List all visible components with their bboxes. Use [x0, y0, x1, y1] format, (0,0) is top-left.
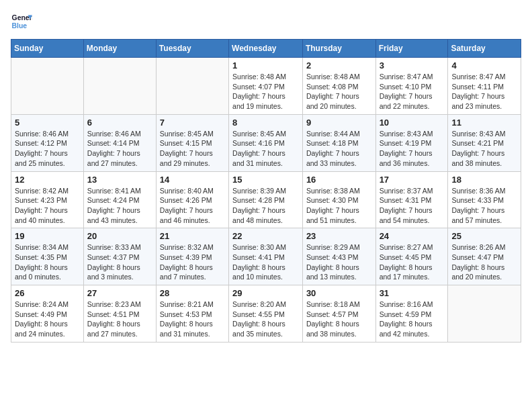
day-number: 15: [232, 175, 299, 185]
calendar-cell: 28Sunrise: 8:21 AM Sunset: 4:53 PM Dayli…: [156, 285, 228, 342]
day-number: 8: [232, 118, 299, 128]
logo-icon: General Blue: [11, 11, 32, 32]
day-number: 24: [380, 231, 445, 241]
day-number: 22: [232, 231, 299, 241]
day-info: Sunrise: 8:46 AM Sunset: 4:14 PM Dayligh…: [87, 129, 152, 169]
day-info: Sunrise: 8:16 AM Sunset: 4:59 PM Dayligh…: [380, 300, 445, 339]
day-number: 14: [160, 175, 225, 185]
day-info: Sunrise: 8:34 AM Sunset: 4:35 PM Dayligh…: [15, 242, 80, 282]
day-info: Sunrise: 8:21 AM Sunset: 4:53 PM Dayligh…: [160, 300, 225, 339]
weekday-header: Saturday: [448, 40, 521, 58]
day-number: 3: [380, 60, 445, 71]
weekday-header: Wednesday: [229, 40, 303, 58]
day-number: 2: [306, 60, 372, 71]
calendar-week-row: 5Sunrise: 8:46 AM Sunset: 4:12 PM Daylig…: [11, 114, 521, 171]
day-info: Sunrise: 8:44 AM Sunset: 4:18 PM Dayligh…: [306, 129, 372, 169]
day-info: Sunrise: 8:23 AM Sunset: 4:51 PM Dayligh…: [87, 300, 152, 339]
calendar-week-row: 19Sunrise: 8:34 AM Sunset: 4:35 PM Dayli…: [11, 228, 521, 285]
day-info: Sunrise: 8:40 AM Sunset: 4:26 PM Dayligh…: [160, 186, 225, 226]
day-number: 11: [451, 118, 517, 128]
weekday-header: Sunday: [11, 40, 84, 58]
day-number: 31: [380, 288, 445, 298]
weekday-header: Tuesday: [156, 40, 228, 58]
calendar-cell: 3Sunrise: 8:47 AM Sunset: 4:10 PM Daylig…: [375, 58, 448, 115]
calendar-cell: 18Sunrise: 8:36 AM Sunset: 4:33 PM Dayli…: [448, 171, 521, 228]
day-number: 6: [87, 118, 152, 128]
calendar-week-row: 26Sunrise: 8:24 AM Sunset: 4:49 PM Dayli…: [11, 285, 521, 342]
day-info: Sunrise: 8:39 AM Sunset: 4:28 PM Dayligh…: [232, 186, 299, 226]
weekday-header: Monday: [83, 40, 156, 58]
calendar-cell: 4Sunrise: 8:47 AM Sunset: 4:11 PM Daylig…: [448, 58, 521, 115]
day-number: 9: [306, 118, 372, 128]
calendar-cell: 27Sunrise: 8:23 AM Sunset: 4:51 PM Dayli…: [83, 285, 156, 342]
day-info: Sunrise: 8:20 AM Sunset: 4:55 PM Dayligh…: [232, 300, 299, 339]
calendar-header: SundayMondayTuesdayWednesdayThursdayFrid…: [11, 40, 521, 58]
calendar-cell: 8Sunrise: 8:45 AM Sunset: 4:16 PM Daylig…: [229, 114, 303, 171]
day-number: 1: [232, 60, 299, 71]
day-number: 30: [306, 288, 372, 298]
calendar-cell: 25Sunrise: 8:26 AM Sunset: 4:47 PM Dayli…: [448, 228, 521, 285]
day-number: 20: [87, 231, 152, 241]
day-info: Sunrise: 8:42 AM Sunset: 4:23 PM Dayligh…: [15, 186, 80, 226]
day-info: Sunrise: 8:48 AM Sunset: 4:07 PM Dayligh…: [232, 72, 299, 111]
calendar-cell: 14Sunrise: 8:40 AM Sunset: 4:26 PM Dayli…: [156, 171, 228, 228]
day-info: Sunrise: 8:24 AM Sunset: 4:49 PM Dayligh…: [15, 300, 80, 339]
day-number: 26: [15, 288, 80, 298]
day-number: 4: [451, 60, 517, 71]
weekday-header: Thursday: [302, 40, 375, 58]
calendar-cell: 1Sunrise: 8:48 AM Sunset: 4:07 PM Daylig…: [229, 58, 303, 115]
calendar-cell: [83, 58, 156, 115]
day-info: Sunrise: 8:26 AM Sunset: 4:47 PM Dayligh…: [451, 242, 517, 282]
day-number: 17: [380, 175, 445, 185]
day-info: Sunrise: 8:47 AM Sunset: 4:10 PM Dayligh…: [380, 72, 445, 111]
calendar-cell: 30Sunrise: 8:18 AM Sunset: 4:57 PM Dayli…: [302, 285, 375, 342]
day-info: Sunrise: 8:32 AM Sunset: 4:39 PM Dayligh…: [160, 242, 225, 282]
day-number: 19: [15, 231, 80, 241]
day-number: 21: [160, 231, 225, 241]
calendar-cell: 10Sunrise: 8:43 AM Sunset: 4:19 PM Dayli…: [375, 114, 448, 171]
calendar-cell: 23Sunrise: 8:29 AM Sunset: 4:43 PM Dayli…: [302, 228, 375, 285]
day-info: Sunrise: 8:47 AM Sunset: 4:11 PM Dayligh…: [451, 72, 517, 111]
calendar-cell: 31Sunrise: 8:16 AM Sunset: 4:59 PM Dayli…: [375, 285, 448, 342]
day-number: 23: [306, 231, 372, 241]
day-info: Sunrise: 8:27 AM Sunset: 4:45 PM Dayligh…: [380, 242, 445, 282]
page-header: General Blue: [11, 11, 521, 32]
day-info: Sunrise: 8:33 AM Sunset: 4:37 PM Dayligh…: [87, 242, 152, 282]
day-info: Sunrise: 8:45 AM Sunset: 4:16 PM Dayligh…: [232, 129, 299, 169]
day-info: Sunrise: 8:38 AM Sunset: 4:30 PM Dayligh…: [306, 186, 372, 226]
day-number: 5: [15, 118, 80, 128]
calendar-cell: 2Sunrise: 8:48 AM Sunset: 4:08 PM Daylig…: [302, 58, 375, 115]
calendar-cell: 22Sunrise: 8:30 AM Sunset: 4:41 PM Dayli…: [229, 228, 303, 285]
calendar-cell: 29Sunrise: 8:20 AM Sunset: 4:55 PM Dayli…: [229, 285, 303, 342]
day-number: 16: [306, 175, 372, 185]
weekday-header: Friday: [375, 40, 448, 58]
day-info: Sunrise: 8:30 AM Sunset: 4:41 PM Dayligh…: [232, 242, 299, 282]
calendar-cell: 9Sunrise: 8:44 AM Sunset: 4:18 PM Daylig…: [302, 114, 375, 171]
calendar-cell: 11Sunrise: 8:43 AM Sunset: 4:21 PM Dayli…: [448, 114, 521, 171]
calendar-cell: 21Sunrise: 8:32 AM Sunset: 4:39 PM Dayli…: [156, 228, 228, 285]
calendar-cell: 17Sunrise: 8:37 AM Sunset: 4:31 PM Dayli…: [375, 171, 448, 228]
day-info: Sunrise: 8:18 AM Sunset: 4:57 PM Dayligh…: [306, 300, 372, 339]
day-info: Sunrise: 8:48 AM Sunset: 4:08 PM Dayligh…: [306, 72, 372, 111]
calendar-cell: 5Sunrise: 8:46 AM Sunset: 4:12 PM Daylig…: [11, 114, 84, 171]
day-number: 27: [87, 288, 152, 298]
day-number: 12: [15, 175, 80, 185]
calendar-body: 1Sunrise: 8:48 AM Sunset: 4:07 PM Daylig…: [11, 58, 521, 342]
calendar-cell: [11, 58, 84, 115]
calendar-cell: 16Sunrise: 8:38 AM Sunset: 4:30 PM Dayli…: [302, 171, 375, 228]
day-number: 29: [232, 288, 299, 298]
day-info: Sunrise: 8:45 AM Sunset: 4:15 PM Dayligh…: [160, 129, 225, 169]
day-info: Sunrise: 8:29 AM Sunset: 4:43 PM Dayligh…: [306, 242, 372, 282]
calendar-cell: 19Sunrise: 8:34 AM Sunset: 4:35 PM Dayli…: [11, 228, 84, 285]
calendar-table: SundayMondayTuesdayWednesdayThursdayFrid…: [11, 39, 521, 342]
calendar-cell: 20Sunrise: 8:33 AM Sunset: 4:37 PM Dayli…: [83, 228, 156, 285]
day-number: 10: [380, 118, 445, 128]
day-number: 18: [451, 175, 517, 185]
day-number: 7: [160, 118, 225, 128]
svg-text:Blue: Blue: [12, 22, 28, 30]
calendar-cell: 12Sunrise: 8:42 AM Sunset: 4:23 PM Dayli…: [11, 171, 84, 228]
calendar-cell: 13Sunrise: 8:41 AM Sunset: 4:24 PM Dayli…: [83, 171, 156, 228]
calendar-cell: [448, 285, 521, 342]
calendar-week-row: 1Sunrise: 8:48 AM Sunset: 4:07 PM Daylig…: [11, 58, 521, 115]
day-info: Sunrise: 8:37 AM Sunset: 4:31 PM Dayligh…: [380, 186, 445, 226]
